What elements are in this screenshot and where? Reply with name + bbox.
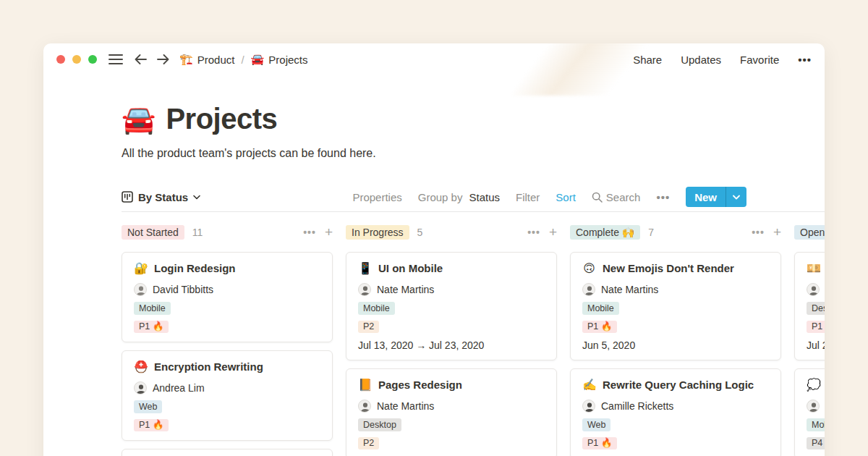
platform-tag: Mobile: [358, 302, 395, 315]
priority-tag: P1 🔥: [134, 321, 169, 334]
search-label: Search: [606, 191, 641, 203]
board-card[interactable]: 📙 Pages Redesign Nate Martins Desktop P2: [346, 368, 557, 456]
assignee-name: Camille Ricketts: [601, 400, 673, 412]
priority-tag: P1 🔥: [134, 419, 169, 432]
car-icon: 🚘: [251, 53, 265, 66]
priority-tag: P2: [358, 437, 379, 450]
column-add-icon[interactable]: +: [773, 225, 781, 239]
assignee-name: Andrea Lim: [153, 382, 205, 394]
avatar: [134, 381, 147, 394]
breadcrumb-product[interactable]: 🏗️ Product: [179, 53, 234, 66]
status-badge[interactable]: Open: [794, 225, 825, 240]
notion-window: 🏗️ Product / 🚘 Projects Share Updates Fa…: [43, 43, 825, 456]
traffic-lights: [56, 55, 97, 64]
card-title: Rewrite Query Caching Logic: [603, 379, 754, 391]
avatar: [358, 400, 371, 413]
board-card[interactable]: ⛑️ Encryption Rewriting Andrea Lim Web P…: [122, 350, 333, 441]
page-icon-car[interactable]: 🚘: [122, 106, 156, 133]
board-card[interactable]: 🔐 Login Redesign David Tibbitts Mobile P…: [122, 252, 333, 342]
column-more-icon[interactable]: •••: [752, 227, 765, 237]
assignee-name: David Tibbitts: [153, 284, 213, 295]
mobile-phone-icon: 📱: [358, 261, 372, 275]
page-title: Projects: [166, 103, 277, 135]
board-card[interactable]: 💴 P N Desktop P1 🔥 Jul 2: [794, 252, 825, 360]
board-card[interactable]: 🙃 New Emojis Don't Render Nate Martins M…: [570, 252, 781, 360]
view-switcher[interactable]: By Status: [122, 191, 200, 203]
forward-arrow-icon[interactable]: [157, 54, 169, 64]
platform-tag: Mobile: [582, 302, 619, 315]
avatar: [807, 400, 820, 413]
chevron-down-icon: [193, 195, 200, 200]
priority-tag: P1 🔥: [807, 321, 825, 334]
banknote-icon: 💴: [807, 261, 820, 275]
toolbar-divider: [122, 211, 825, 212]
column-more-icon[interactable]: •••: [303, 227, 316, 237]
column-add-icon[interactable]: +: [549, 225, 557, 239]
board-card[interactable]: 📱 UI on Mobile Nate Martins Mobile P2: [346, 252, 557, 360]
properties-button[interactable]: Properties: [352, 191, 401, 203]
status-badge[interactable]: In Progress: [346, 225, 409, 240]
back-arrow-icon[interactable]: [135, 54, 147, 64]
window-topbar: 🏗️ Product / 🚘 Projects Share Updates Fa…: [43, 43, 825, 75]
column-count: 11: [192, 227, 203, 238]
platform-tag: Mobile: [134, 302, 171, 315]
share-button[interactable]: Share: [633, 54, 662, 66]
orange-book-icon: 📙: [358, 378, 372, 392]
priority-tag: P1 🔥: [582, 437, 617, 450]
view-switcher-label: By Status: [138, 191, 188, 203]
new-button[interactable]: New: [686, 187, 726, 207]
column-not-started: Not Started 11 ••• + 🔐 Login Redesign: [122, 224, 333, 456]
assignee-name: Nate Martins: [601, 284, 658, 295]
status-badge[interactable]: Not Started: [122, 225, 184, 240]
status-badge[interactable]: Complete 🙌: [570, 225, 640, 240]
upside-down-face-icon: 🙃: [582, 261, 596, 275]
column-complete: Complete 🙌 7 ••• + 🙃 New Emojis Don't Re…: [570, 224, 781, 456]
filter-button[interactable]: Filter: [516, 191, 540, 203]
favorite-button[interactable]: Favorite: [740, 54, 779, 66]
breadcrumb-projects-label: Projects: [268, 54, 307, 66]
breadcrumb: 🏗️ Product / 🚘 Projects: [179, 53, 308, 66]
zoom-button[interactable]: [88, 55, 97, 64]
board-view-icon: [122, 191, 133, 203]
sidebar-menu-icon[interactable]: [109, 54, 123, 64]
board-card[interactable]: ✍️ Rewrite Query Caching Logic Camille R…: [570, 368, 781, 456]
writing-hand-icon: ✍️: [582, 378, 596, 392]
minimize-button[interactable]: [72, 55, 81, 64]
thought-balloon-icon: 💭: [807, 378, 820, 392]
column-more-icon[interactable]: •••: [527, 227, 540, 237]
group-by-button[interactable]: Group by Status: [418, 191, 500, 203]
card-title: Pages Redesign: [378, 379, 462, 391]
card-date-range: Jul 13, 2020 → Jul 23, 2020: [358, 339, 545, 351]
card-title: Login Redesign: [154, 262, 236, 274]
search-button[interactable]: Search: [592, 191, 641, 203]
card-title: Encryption Rewriting: [154, 360, 263, 373]
board-card[interactable]: 💭 C S Mobile P4: [794, 368, 825, 456]
search-icon: [592, 192, 603, 203]
breadcrumb-projects[interactable]: 🚘 Projects: [251, 53, 308, 66]
new-dropdown-button[interactable]: [726, 187, 746, 207]
more-options-icon[interactable]: •••: [798, 54, 812, 66]
avatar: [807, 283, 820, 296]
priority-tag: P1 🔥: [582, 321, 617, 334]
new-button-group: New: [686, 187, 746, 207]
column-count: 5: [417, 227, 423, 238]
avatar: [582, 283, 595, 296]
avatar: [134, 283, 147, 296]
column-open: Open 💴 P: [794, 224, 825, 456]
board-card[interactable]: [122, 449, 333, 456]
group-by-value: Status: [469, 191, 500, 203]
close-button[interactable]: [56, 55, 65, 64]
page-description: All the product team's projects can be f…: [122, 147, 825, 160]
toolbar-more-icon[interactable]: •••: [656, 191, 670, 203]
updates-button[interactable]: Updates: [681, 54, 721, 66]
kanban-board: Not Started 11 ••• + 🔐 Login Redesign: [122, 224, 825, 456]
priority-tag: P4: [807, 437, 825, 450]
construction-crane-icon: 🏗️: [179, 53, 193, 66]
column-count: 7: [648, 227, 654, 238]
card-title: UI on Mobile: [378, 262, 443, 274]
column-add-icon[interactable]: +: [325, 225, 333, 239]
sort-button[interactable]: Sort: [556, 191, 576, 203]
card-date: Jun 5, 2020: [582, 339, 769, 351]
platform-tag: Desktop: [358, 418, 401, 431]
breadcrumb-product-label: Product: [197, 54, 235, 66]
